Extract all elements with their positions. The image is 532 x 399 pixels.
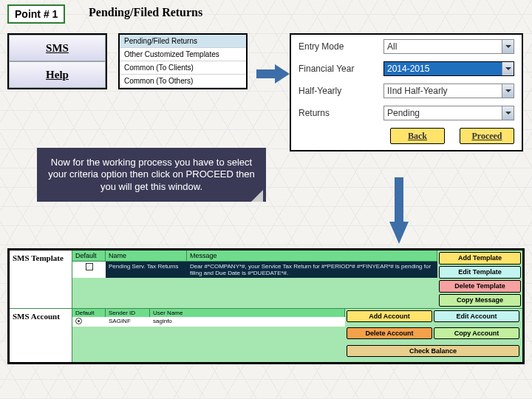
col-name: Name: [106, 250, 187, 261]
label-sms-template: SMS Template: [10, 250, 72, 308]
nav-sms[interactable]: SMS: [9, 35, 106, 61]
page-title: Pending/Filed Returns: [89, 6, 202, 19]
col-message: Message: [187, 250, 437, 261]
cell-name: Pending Serv. Tax Returns: [106, 262, 187, 278]
label-returns: Returns: [299, 108, 383, 118]
value-returns: Pending: [387, 108, 420, 118]
col-sender-id: Sender ID: [106, 309, 150, 317]
value-entry-mode: All: [387, 41, 397, 52]
check-balance-button[interactable]: Check Balance: [347, 345, 519, 357]
select-half-yearly[interactable]: IInd Half-Yearly: [383, 83, 514, 98]
table-row[interactable]: Pending Serv. Tax Returns Dear #*COMPANY…: [72, 262, 437, 278]
copy-account-button[interactable]: Copy Account: [434, 327, 519, 339]
params-panel: Entry Mode All Financial Year 2014-2015 …: [290, 33, 523, 151]
add-account-button[interactable]: Add Account: [347, 310, 432, 322]
menu-item-common-clients[interactable]: Common (To Clients): [120, 61, 246, 75]
chevron-down-icon: [502, 84, 514, 98]
menu-item-common-others[interactable]: Common (To Others): [120, 75, 246, 88]
col-user-name: User Name: [150, 309, 345, 317]
table-row[interactable]: SAGINF saginfo: [72, 317, 345, 327]
edit-account-button[interactable]: Edit Account: [434, 310, 519, 322]
arrow-down-icon: [388, 177, 410, 247]
menu-item-pending-filed[interactable]: Pending/Filed Returns: [120, 35, 246, 48]
radio-default[interactable]: [75, 318, 82, 324]
point-tag: Point # 1: [7, 4, 65, 24]
cell-sender-id: SAGINF: [106, 317, 150, 327]
select-fin-year[interactable]: 2014-2015: [383, 61, 514, 76]
col-acct-default: Default: [72, 309, 106, 317]
label-sms-account: SMS Account: [10, 309, 72, 362]
delete-template-button[interactable]: Delete Template: [439, 280, 521, 293]
chevron-down-icon: [502, 40, 514, 53]
nav-help[interactable]: Help: [9, 61, 106, 88]
instruction-note: Now for the working process you have to …: [37, 148, 266, 202]
menu-item-other-templates[interactable]: Other Customized Templates: [120, 48, 246, 61]
svg-marker-0: [256, 64, 290, 83]
select-entry-mode[interactable]: All: [383, 39, 514, 54]
label-entry-mode: Entry Mode: [299, 41, 383, 52]
chevron-down-icon: [502, 106, 514, 120]
proceed-button[interactable]: Proceed: [460, 128, 514, 144]
svg-marker-1: [389, 177, 409, 244]
delete-account-button[interactable]: Delete Account: [347, 327, 432, 339]
back-button[interactable]: Back: [390, 128, 445, 144]
value-half-yearly: IInd Half-Yearly: [387, 86, 448, 96]
edit-template-button[interactable]: Edit Template: [439, 266, 521, 279]
chevron-down-icon: [502, 62, 514, 75]
arrow-right-icon: [256, 63, 290, 85]
label-fin-year: Financial Year: [299, 64, 383, 74]
select-returns[interactable]: Pending: [383, 106, 514, 120]
checkbox-default[interactable]: [86, 263, 93, 270]
menu-panel: Pending/Filed Returns Other Customized T…: [118, 33, 248, 89]
copy-message-button[interactable]: Copy Message: [439, 294, 521, 307]
value-fin-year: 2014-2015: [387, 64, 429, 74]
cell-user-name: saginfo: [150, 317, 345, 327]
add-template-button[interactable]: Add Template: [439, 252, 521, 265]
template-panel: SMS Template Default Name Message Pendin…: [7, 248, 525, 364]
col-default: Default: [72, 250, 106, 261]
nav-panel: SMS Help: [7, 33, 107, 89]
cell-message: Dear #*COMPANY*#, your Service Tax Retur…: [187, 262, 437, 278]
label-half-yearly: Half-Yearly: [299, 86, 383, 96]
